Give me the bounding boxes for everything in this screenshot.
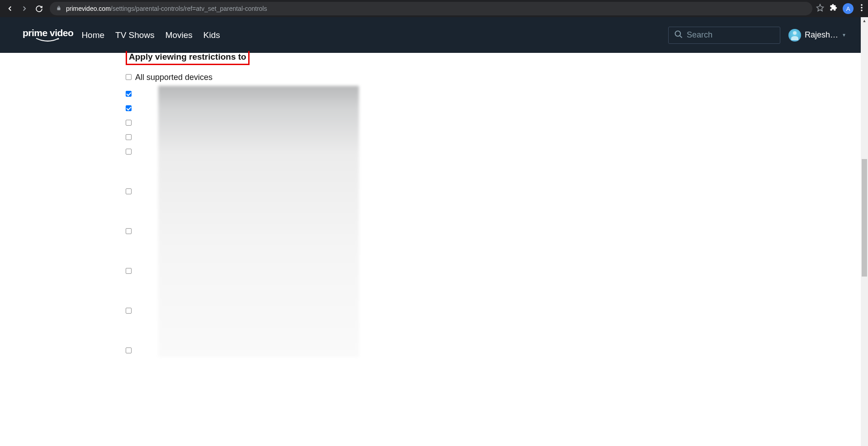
device-checkbox[interactable] [126, 120, 132, 126]
scroll-up-icon[interactable]: ▲ [861, 17, 868, 24]
nav-kids[interactable]: Kids [203, 30, 220, 40]
lock-icon [56, 5, 61, 12]
amazon-swoosh-icon [35, 38, 61, 43]
logo-text: prime video [23, 28, 73, 38]
main-nav: Home TV Shows Movies Kids [81, 30, 220, 40]
bookmark-icon[interactable] [816, 4, 824, 14]
avatar-letter: A [846, 5, 850, 12]
device-checkbox[interactable] [126, 188, 132, 194]
svg-point-0 [861, 4, 863, 6]
chrome-menu-icon[interactable] [861, 4, 863, 14]
forward-button[interactable] [18, 2, 31, 15]
username-label: Rajesh… [805, 30, 838, 40]
content-wrap: Apply viewing restrictions to All suppor… [0, 53, 868, 446]
device-checkbox[interactable] [126, 105, 132, 111]
url-text: primevideo.com/settings/parental-control… [66, 5, 267, 12]
nav-movies[interactable]: Movies [165, 30, 193, 40]
content-panel: Apply viewing restrictions to All suppor… [116, 53, 752, 446]
reload-button[interactable] [33, 2, 45, 15]
back-button[interactable] [4, 2, 16, 15]
redacted-overlay [158, 86, 359, 357]
device-checkbox[interactable] [126, 134, 132, 140]
search-input[interactable]: Search [668, 27, 780, 44]
device-checkbox[interactable] [126, 308, 132, 314]
address-bar[interactable]: primevideo.com/settings/parental-control… [50, 2, 812, 15]
profile-avatar[interactable]: A [843, 3, 854, 14]
scroll-thumb[interactable] [862, 159, 867, 277]
scrollbar[interactable]: ▲ [861, 17, 868, 446]
device-checkbox[interactable] [126, 91, 132, 97]
device-checkbox[interactable] [126, 228, 132, 234]
device-checkbox[interactable] [126, 268, 132, 274]
extensions-icon[interactable] [830, 4, 837, 14]
browser-toolbar: primevideo.com/settings/parental-control… [0, 0, 868, 17]
search-placeholder: Search [687, 30, 712, 40]
site-header: prime video Home TV Shows Movies Kids Se… [0, 17, 868, 53]
user-avatar-icon [788, 29, 801, 42]
nav-tvshows[interactable]: TV Shows [115, 30, 155, 40]
nav-home[interactable]: Home [81, 30, 104, 40]
section-heading: Apply viewing restrictions to [126, 51, 250, 65]
svg-point-1 [861, 7, 863, 9]
page-viewport: prime video Home TV Shows Movies Kids Se… [0, 17, 868, 446]
nav-controls [4, 2, 45, 15]
user-menu[interactable]: Rajesh… ▼ [788, 29, 846, 42]
device-row: All supported devices [126, 72, 742, 82]
device-label: All supported devices [135, 72, 212, 82]
svg-point-2 [861, 9, 863, 11]
chevron-down-icon: ▼ [842, 33, 846, 38]
device-checkbox[interactable] [126, 74, 132, 80]
primevideo-logo[interactable]: prime video [23, 28, 73, 43]
svg-point-3 [675, 31, 681, 36]
device-checkbox[interactable] [126, 149, 132, 155]
device-checkbox[interactable] [126, 347, 132, 353]
search-icon [674, 30, 683, 41]
chrome-actions: A [816, 3, 864, 14]
